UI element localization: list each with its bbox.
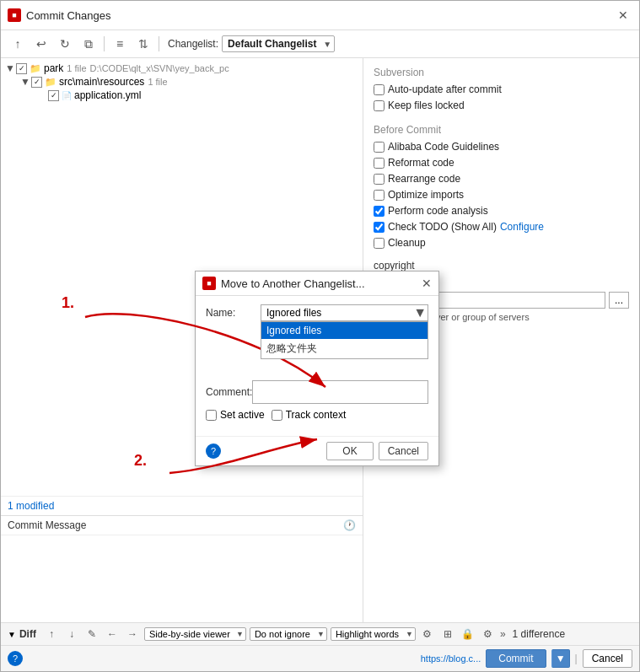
dialog-icon: ■ [202, 277, 216, 290]
tree-item-resources[interactable]: ▼ ✓ 📁 src\main\resources 1 file [1, 75, 363, 89]
cancel-button[interactable]: Cancel [583, 649, 632, 668]
toolbar-btn-refresh[interactable]: ↻ [55, 34, 75, 54]
track-context-checkbox[interactable] [272, 410, 282, 421]
help-button[interactable]: ? [8, 651, 23, 666]
set-active-checkbox[interactable] [206, 410, 217, 421]
keep-files-locked-checkbox[interactable] [374, 100, 385, 111]
tree-badge-resources: 1 file [148, 77, 167, 87]
diff-columns-icon[interactable]: ⊞ [439, 626, 456, 642]
tree-toggle-park[interactable]: ▼ [4, 62, 16, 74]
tree-checkbox-yml[interactable]: ✓ [48, 90, 59, 101]
highlight-select-wrapper[interactable]: Highlight words ▼ [331, 627, 416, 641]
track-context-label: Track context [286, 409, 347, 421]
tree-toggle-resources[interactable]: ▼ [19, 76, 31, 88]
diff-settings-icon[interactable]: ⚙ [419, 626, 436, 642]
diff-collapse-icon[interactable]: ▼ [8, 630, 16, 639]
dialog-comment-row: Comment: [206, 380, 428, 404]
keep-files-locked-row: Keep files locked [374, 99, 629, 111]
comment-label: Comment: [206, 386, 252, 398]
check-todo-checkbox[interactable] [374, 222, 385, 233]
dialog-cancel-button[interactable]: Cancel [379, 442, 428, 460]
name-input[interactable] [261, 304, 428, 321]
subversion-title: Subversion [374, 67, 629, 78]
set-active-row: Set active [206, 409, 265, 421]
dialog-name-row: Name: ▼ Ignored files 忽略文件夹 [206, 304, 428, 321]
ignore-select-wrapper[interactable]: Do not ignore ▼ [250, 627, 327, 641]
toolbar-btn-move-up[interactable]: ↑ [8, 34, 28, 54]
cleanup-label: Cleanup [388, 237, 426, 249]
folder-icon: 📁 [30, 63, 41, 74]
diff-nav-up[interactable]: ↑ [43, 626, 60, 642]
commit-label: Commit Message 🕐 [1, 516, 363, 535]
comment-input[interactable] [252, 380, 428, 404]
separator: | [575, 653, 578, 664]
name-dropdown-list: Ignored files 忽略文件夹 [261, 321, 428, 359]
copyright-section: copyright [374, 260, 629, 271]
rearrange-row: Rearrange code [374, 173, 629, 185]
dropdown-item-chinese[interactable]: 忽略文件夹 [261, 339, 428, 358]
tree-item-park[interactable]: ▼ ✓ 📁 park 1 file D:\CODE\qlt_x\SVN\yey_… [1, 62, 363, 75]
url-text: https://blog.c... [421, 653, 481, 664]
diff-gear-icon[interactable]: ⚙ [480, 626, 497, 642]
dialog-ok-button[interactable]: OK [326, 442, 373, 460]
diff-header: ▼ Diff ↑ ↓ ✎ ← → Side-by-side viewer ▼ D… [1, 623, 639, 646]
toolbar: ↑ ↩ ↻ ⧉ ≡ ⇅ Changelist: Default Changeli… [1, 30, 639, 58]
highlight-select[interactable]: Highlight words [331, 627, 416, 641]
tree-name-park: park [44, 62, 63, 74]
rearrange-checkbox[interactable] [374, 174, 385, 185]
perform-label: Perform code analysis [388, 205, 488, 217]
toolbar-btn-sort[interactable]: ⇅ [133, 34, 153, 54]
toolbar-separator-2 [159, 36, 159, 51]
dialog-body: Name: ▼ Ignored files 忽略文件夹 Comment: [196, 296, 438, 436]
diff-lock-icon[interactable]: 🔒 [460, 626, 476, 642]
diff-next[interactable]: → [124, 626, 141, 642]
diff-nav-down[interactable]: ↓ [63, 626, 80, 642]
dropdown-item-ignored[interactable]: Ignored files [261, 322, 428, 339]
commit-textarea[interactable] [1, 535, 363, 620]
auto-update-row: Auto-update after commit [374, 83, 629, 95]
dialog-help-button[interactable]: ? [206, 444, 221, 459]
diff-difference: 1 difference [513, 628, 566, 640]
optimize-label: Optimize imports [388, 189, 464, 201]
commit-button[interactable]: Commit [486, 649, 546, 668]
dialog-title: Move to Another Changelist... [221, 277, 365, 290]
tree-item-yml[interactable]: ✓ 📄 application.yml [1, 89, 363, 102]
optimize-checkbox[interactable] [374, 190, 385, 201]
reformat-checkbox[interactable] [374, 158, 385, 169]
optimize-row: Optimize imports [374, 189, 629, 201]
tree-checkbox-park[interactable]: ✓ [16, 63, 27, 74]
configure-link[interactable]: Configure [500, 221, 544, 233]
diff-edit-icon[interactable]: ✎ [83, 626, 100, 642]
name-input-wrapper: ▼ Ignored files 忽略文件夹 [261, 304, 428, 321]
perform-checkbox[interactable] [374, 206, 385, 217]
alibaba-checkbox[interactable] [374, 142, 385, 153]
tree-badge-park: 1 file [67, 63, 86, 73]
commit-dropdown-button[interactable]: ▼ [551, 649, 570, 668]
ignore-select[interactable]: Do not ignore [250, 627, 327, 641]
close-button[interactable]: ✕ [614, 6, 632, 24]
changelist-label: Changelist: [168, 38, 218, 50]
name-dropdown-arrow[interactable]: ▼ [413, 305, 427, 320]
viewer-select-wrapper[interactable]: Side-by-side viewer ▼ [144, 627, 246, 641]
toolbar-btn-group[interactable]: ⧉ [78, 34, 99, 54]
tree-checkbox-resources[interactable]: ✓ [31, 77, 42, 88]
changelist-wrapper[interactable]: Default Changelist ▼ [222, 35, 335, 52]
tree-name-resources: src\main\resources [59, 76, 144, 88]
cleanup-checkbox[interactable] [374, 238, 385, 249]
diff-label: Diff [19, 628, 36, 640]
toolbar-btn-undo[interactable]: ↩ [31, 34, 51, 54]
before-commit-section: Before Commit Alibaba Code Guidelines Re… [374, 124, 629, 249]
diff-prev[interactable]: ← [104, 626, 121, 642]
server-browse-button[interactable]: ... [609, 292, 629, 309]
keep-files-locked-label: Keep files locked [388, 99, 465, 111]
dialog-close-button[interactable]: ✕ [422, 277, 432, 290]
clock-icon: 🕐 [343, 519, 356, 531]
auto-update-label: Auto-update after commit [388, 83, 502, 95]
dialog-title-bar: ■ Move to Another Changelist... ✕ [196, 271, 438, 296]
changelist-select[interactable]: Default Changelist [222, 35, 335, 52]
toolbar-btn-list[interactable]: ≡ [110, 34, 130, 54]
viewer-select[interactable]: Side-by-side viewer [144, 627, 246, 641]
file-icon-yml: 📄 [62, 91, 72, 100]
toolbar-separator [104, 36, 105, 51]
auto-update-checkbox[interactable] [374, 84, 385, 95]
